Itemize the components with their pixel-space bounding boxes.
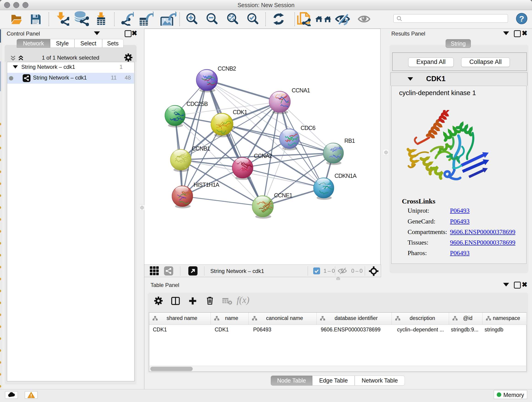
svg-text:CCNA2: CCNA2 [254, 153, 272, 159]
svg-text:CDK1: CDK1 [233, 109, 247, 115]
svg-text:HIST1H1A: HIST1H1A [194, 182, 220, 188]
svg-text:CCNB1: CCNB1 [192, 145, 210, 152]
svg-text:CDC25B: CDC25B [186, 101, 208, 107]
svg-text:CCNA1: CCNA1 [292, 87, 310, 94]
svg-text:RB1: RB1 [344, 138, 355, 144]
svg-text:?: ? [519, 14, 524, 23]
svg-text:CCNB2: CCNB2 [218, 65, 236, 72]
svg-text:CCNE1: CCNE1 [274, 192, 292, 198]
svg-text:CDKN1A: CDKN1A [335, 172, 357, 179]
svg-text:CDC6: CDC6 [301, 125, 315, 131]
